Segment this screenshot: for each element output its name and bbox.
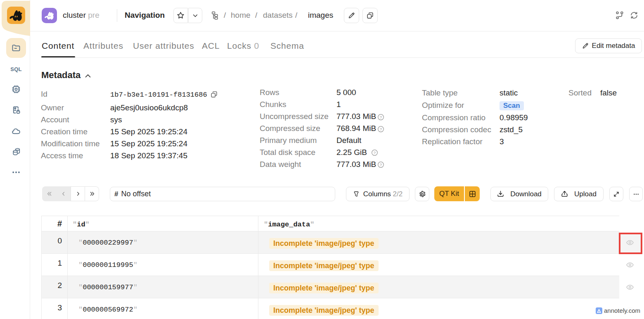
- svg-text:?: ?: [380, 162, 382, 167]
- svg-text:?: ?: [374, 150, 376, 155]
- svg-text:?: ?: [380, 115, 382, 119]
- svg-text:?: ?: [380, 127, 382, 131]
